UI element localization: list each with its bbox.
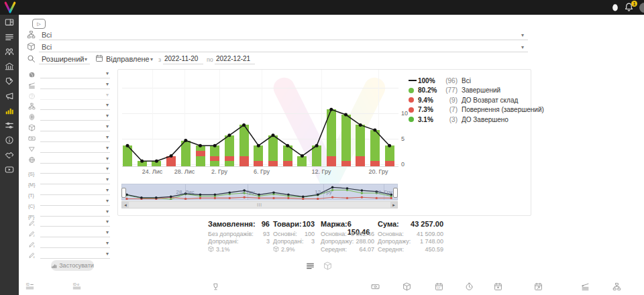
apply-button[interactable]: Застосувати	[51, 260, 94, 271]
mode-select[interactable]: Розширений	[42, 55, 84, 63]
toolbar-money-icon[interactable]	[371, 282, 380, 291]
money-icon	[371, 282, 380, 291]
source-select[interactable]: Всі	[42, 31, 52, 39]
filter-select-pencil-4[interactable]: 4▾	[28, 251, 113, 261]
filter-select-money[interactable]: ▾	[28, 134, 113, 144]
date-type-select[interactable]: Відправлене	[106, 55, 150, 63]
legend-item[interactable]: 100%(96)Всі	[409, 76, 544, 86]
toolbar-layers-icon[interactable]	[581, 282, 590, 291]
sidebar-item-info[interactable]	[0, 133, 19, 148]
scroll-right-button[interactable]: ▸	[390, 202, 397, 208]
filter-select-pencil-3[interactable]: 3▾	[28, 240, 113, 250]
navigator-tick-label: 28. Лис	[176, 189, 194, 195]
legend-item[interactable]: 80.2%(77)Завершений	[409, 86, 544, 96]
filter-select-hierarchy[interactable]: ▾	[28, 102, 113, 112]
sidebar-item-panel[interactable]	[0, 15, 19, 30]
filter-select-braces-m[interactable]: {M}▾	[28, 176, 113, 186]
chevron-down-icon[interactable]: ▾	[106, 230, 109, 235]
legend-count: (7)	[440, 106, 458, 113]
filter-select-layers[interactable]: ▾	[28, 81, 113, 91]
legend-item[interactable]: 3.1%(3)ДО Завершено	[409, 115, 544, 125]
navigator-right-handle[interactable]	[393, 188, 398, 198]
user-egg-icon[interactable]	[610, 3, 620, 12]
sidebar-item-users[interactable]	[0, 44, 19, 59]
avatar[interactable]	[639, 3, 644, 13]
chevron-down-icon[interactable]: ▾	[106, 71, 109, 76]
chart-navigator[interactable]: 28. Лис5. Гру12. Гру19. Гру	[121, 184, 398, 200]
chevron-down-icon[interactable]: ▾	[106, 251, 109, 257]
chevron-down-icon[interactable]: ▾	[106, 177, 109, 182]
chevron-down-icon[interactable]: ▾	[106, 93, 109, 98]
toolbar-hierarchy-icon[interactable]	[612, 282, 621, 291]
toolbar-calendar-17-icon[interactable]: 17	[435, 282, 443, 291]
chevron-down-icon[interactable]: ▾	[106, 156, 109, 162]
sidebar-item-chart-bars[interactable]	[0, 103, 19, 118]
chevron-down-icon[interactable]: ▾	[106, 82, 109, 87]
filter-underline	[40, 258, 110, 259]
filter-select-globe[interactable]: ▾	[28, 156, 113, 166]
sidebar-item-play[interactable]	[0, 162, 19, 177]
chevron-down-icon[interactable]: ▾	[106, 188, 109, 193]
stat-row-value: 5 862.46	[351, 231, 374, 237]
chevron-down-icon[interactable]: ▾	[150, 57, 153, 62]
filter-select-pencil-2[interactable]: 2▾	[28, 229, 113, 239]
chevron-down-icon[interactable]: ▾	[106, 103, 109, 108]
stat-title-value: 96	[262, 220, 270, 230]
filter-select-braces-c[interactable]: {C}▾	[28, 198, 113, 208]
sidebar-item-sliders[interactable]	[0, 118, 19, 133]
toolbar-clock-icon[interactable]	[465, 282, 474, 291]
scroll-left-button[interactable]: ◂	[122, 202, 129, 208]
filter-select-question[interactable]: ▾	[28, 92, 113, 102]
chevron-down-icon[interactable]: ▾	[106, 198, 109, 204]
chevron-down-icon[interactable]: ▾	[521, 45, 524, 50]
toolbar-id-dash-list-icon[interactable]: ID-o	[72, 282, 81, 291]
sidebar-item-megaphone[interactable]	[0, 88, 19, 103]
navigator-left-handle[interactable]	[121, 188, 126, 198]
filter-select-globe-dark[interactable]: ▾	[28, 70, 113, 80]
tutorial-play-button[interactable]: ▷	[32, 19, 46, 29]
legend-item[interactable]: 9.4%(9)ДО Возврат склад	[409, 95, 544, 105]
product-select[interactable]: Всі	[42, 43, 52, 51]
filter-select-package[interactable]: ▾	[28, 123, 113, 133]
chevron-down-icon[interactable]: ▾	[106, 145, 109, 151]
sidebar-item-handshake[interactable]	[0, 148, 19, 162]
filter-select-braces-s[interactable]: {S}▾	[28, 166, 113, 176]
filter-select-funnel[interactable]: ▾	[28, 145, 113, 155]
chevron-down-icon[interactable]: ▾	[106, 166, 109, 172]
calendar-icon[interactable]	[95, 54, 103, 62]
toolbar-calendar-export-icon[interactable]	[534, 282, 543, 291]
date-from-input[interactable]: 2022-11-20	[164, 55, 198, 62]
view-toggle-package[interactable]	[323, 261, 332, 270]
view-toggle-list[interactable]	[306, 261, 315, 270]
toolbar-id-list-icon[interactable]: ID	[25, 282, 34, 291]
filter-select-fingerprint[interactable]: ▾	[28, 113, 113, 123]
sidebar-item-bank[interactable]	[0, 59, 19, 74]
legend-item[interactable]: 7.3%(7)Повернення (завершений)	[409, 105, 544, 115]
chevron-down-icon[interactable]: ▾	[106, 219, 109, 225]
chevron-down-icon[interactable]: ▾	[106, 135, 109, 140]
toolbar-calendar-day-icon[interactable]	[494, 282, 502, 291]
stat-title: Маржа:6 150.46	[321, 220, 374, 230]
search-icon[interactable]	[27, 54, 36, 63]
chevron-down-icon[interactable]: ▾	[85, 57, 87, 62]
filter-select-braces-p[interactable]: {P}▾	[28, 209, 113, 219]
pencil-2-icon: 2	[28, 230, 36, 237]
chevron-down-icon[interactable]: ▾	[106, 241, 109, 246]
sidebar-item-list[interactable]	[0, 30, 19, 44]
sidebar-item-tag[interactable]	[0, 74, 19, 88]
chart-scrollbar[interactable]: ◂▸|||	[121, 201, 398, 209]
filter-select-braces-t[interactable]: {T}▾	[28, 187, 113, 197]
chevron-down-icon[interactable]: ▾	[106, 124, 109, 129]
toolbar-package-icon[interactable]	[402, 282, 411, 291]
filter-select-pencil-1[interactable]: 1▾	[28, 219, 113, 229]
app-logo[interactable]	[4, 1, 16, 16]
chevron-down-icon[interactable]: ▾	[106, 209, 109, 215]
scrollbar-grip[interactable]: |||	[257, 202, 262, 208]
chevron-down-icon[interactable]: ▾	[521, 33, 524, 38]
chevron-down-icon[interactable]: ▾	[106, 113, 109, 119]
package-icon	[208, 246, 214, 252]
date-to-input[interactable]: 2022-12-21	[216, 55, 250, 62]
line-series-Всі	[122, 70, 398, 170]
toolbar-cup-icon[interactable]	[211, 282, 220, 291]
logo-v-icon	[4, 1, 16, 13]
